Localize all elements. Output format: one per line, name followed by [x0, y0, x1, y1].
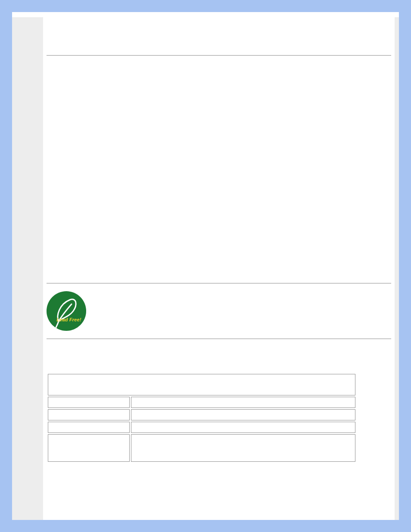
- table-value-cell: [131, 409, 355, 420]
- table-key-cell: [48, 397, 130, 408]
- table-key-cell: [48, 409, 130, 420]
- leaf-icon: [47, 291, 86, 331]
- table-key-cell: [48, 422, 130, 433]
- section-spacer: [47, 339, 391, 373]
- table-key-cell: [48, 434, 130, 462]
- table-row: [48, 422, 355, 433]
- table-row: [48, 374, 355, 395]
- spec-table: [47, 373, 357, 463]
- table-value-cell: [131, 397, 355, 408]
- table-row: [48, 434, 355, 462]
- table-value-cell: [131, 434, 355, 462]
- document-frame: Lead Free!: [12, 12, 399, 520]
- lead-free-badge: Lead Free!: [47, 291, 86, 331]
- badge-section: Lead Free!: [47, 283, 391, 339]
- section-spacer: [47, 56, 391, 283]
- table-value-cell: [131, 422, 355, 433]
- table-header-cell: [48, 374, 355, 395]
- header-spacer: [47, 22, 391, 55]
- table-row: [48, 409, 355, 420]
- left-gutter: [12, 17, 43, 520]
- right-gutter: [395, 17, 399, 520]
- badge-label: Lead Free!: [47, 317, 86, 322]
- table-row: [48, 397, 355, 408]
- page-content: Lead Free!: [43, 17, 395, 520]
